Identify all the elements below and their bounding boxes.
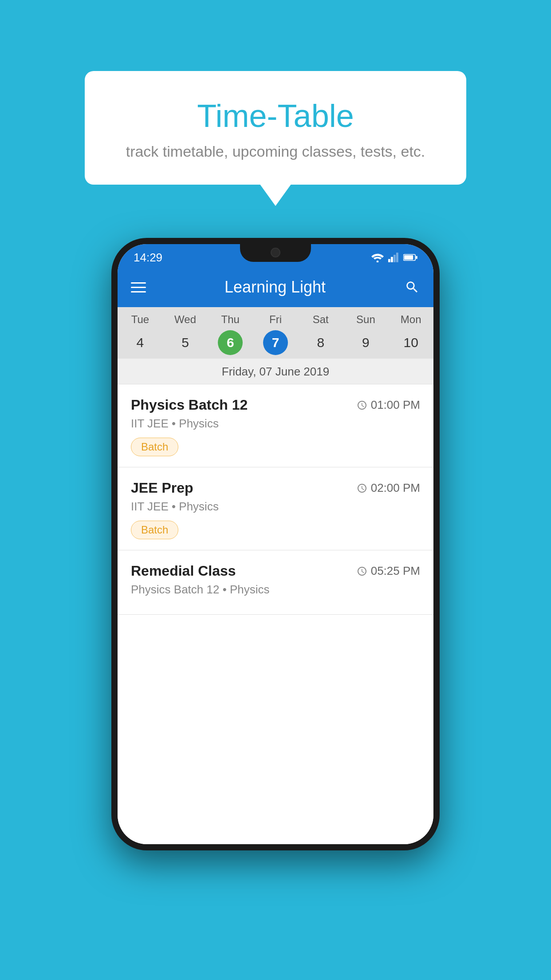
schedule-item-time: 02:00 PM	[357, 481, 420, 495]
app-bar: Learning Light	[118, 267, 433, 307]
schedule-item-header: JEE Prep 02:00 PM	[131, 480, 420, 496]
search-button[interactable]	[404, 279, 420, 295]
calendar-strip: Tue 4 Wed 5 Thu 6 Fri 7 Sat 8 Sun 9 Mon …	[118, 307, 433, 384]
calendar-day-sat[interactable]: Sat 8	[298, 313, 343, 355]
schedule-item-title: Physics Batch 12	[131, 397, 248, 413]
schedule-item-header: Remedial Class 05:25 PM	[131, 563, 420, 579]
day-name: Fri	[253, 313, 298, 326]
clock-icon	[357, 483, 367, 494]
calendar-day-wed[interactable]: Wed 5	[163, 313, 208, 355]
selected-date-label: Friday, 07 June 2019	[118, 359, 433, 384]
svg-rect-7	[404, 255, 413, 260]
calendar-day-tue[interactable]: Tue 4	[118, 313, 163, 355]
schedule-item-title: Remedial Class	[131, 563, 236, 579]
search-icon	[405, 280, 420, 295]
day-number: 7	[263, 330, 288, 355]
calendar-day-fri[interactable]: Fri 7	[253, 313, 298, 355]
svg-rect-1	[388, 259, 390, 262]
bubble-subtitle: track timetable, upcoming classes, tests…	[107, 143, 444, 160]
calendar-days-header: Tue 4 Wed 5 Thu 6 Fri 7 Sat 8 Sun 9 Mon …	[118, 307, 433, 359]
wifi-icon	[371, 253, 384, 262]
schedule-item[interactable]: Remedial Class 05:25 PM Physics Batch 12…	[118, 550, 433, 615]
phone-camera	[271, 248, 280, 257]
phone-screen: 14:29	[118, 244, 433, 844]
schedule-item[interactable]: JEE Prep 02:00 PM IIT JEE • Physics Batc…	[118, 467, 433, 550]
app-bar-title: Learning Light	[224, 278, 326, 296]
day-name: Mon	[388, 313, 433, 326]
day-number: 4	[128, 330, 153, 355]
schedule-item-time: 05:25 PM	[357, 564, 420, 578]
day-number: 6	[218, 330, 243, 355]
svg-rect-6	[416, 256, 417, 259]
svg-point-0	[377, 261, 379, 262]
batch-badge: Batch	[131, 521, 178, 539]
status-icons	[371, 253, 417, 262]
status-time: 14:29	[134, 251, 162, 265]
schedule-item-subtitle: IIT JEE • Physics	[131, 417, 420, 431]
batch-badge: Batch	[131, 438, 178, 456]
svg-rect-2	[391, 257, 393, 262]
day-name: Sat	[298, 313, 343, 326]
day-name: Tue	[118, 313, 163, 326]
schedule-item-time: 01:00 PM	[357, 398, 420, 412]
bubble-title: Time-Table	[107, 98, 444, 134]
calendar-day-thu[interactable]: Thu 6	[208, 313, 253, 355]
speech-bubble: Time-Table track timetable, upcoming cla…	[85, 71, 466, 185]
phone-frame: 14:29	[111, 238, 440, 850]
schedule-item-header: Physics Batch 12 01:00 PM	[131, 397, 420, 413]
schedule-item-title: JEE Prep	[131, 480, 193, 496]
svg-rect-4	[396, 253, 398, 262]
day-number: 10	[398, 330, 423, 355]
hamburger-icon[interactable]	[131, 282, 146, 292]
schedule-item-subtitle: Physics Batch 12 • Physics	[131, 583, 420, 597]
battery-icon	[403, 253, 417, 261]
signal-icon	[388, 253, 399, 262]
day-name: Thu	[208, 313, 253, 326]
phone-mockup: 14:29	[111, 238, 440, 850]
schedule-list: Physics Batch 12 01:00 PM IIT JEE • Phys…	[118, 384, 433, 844]
day-name: Wed	[163, 313, 208, 326]
calendar-day-sun[interactable]: Sun 9	[343, 313, 389, 355]
calendar-day-mon[interactable]: Mon 10	[388, 313, 433, 355]
schedule-item-subtitle: IIT JEE • Physics	[131, 500, 420, 514]
clock-icon	[357, 400, 367, 411]
day-name: Sun	[343, 313, 389, 326]
schedule-item[interactable]: Physics Batch 12 01:00 PM IIT JEE • Phys…	[118, 384, 433, 467]
day-number: 5	[173, 330, 198, 355]
day-number: 9	[353, 330, 378, 355]
clock-icon	[357, 566, 367, 577]
day-number: 8	[308, 330, 333, 355]
svg-rect-3	[394, 255, 396, 262]
